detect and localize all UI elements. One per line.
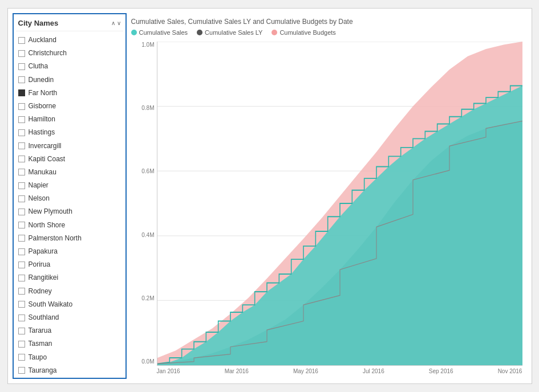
city-filter-panel: City Names ∧ ∨ AucklandChristchurchCluth… <box>13 13 127 379</box>
legend-item: Cumulative Sales <box>131 29 188 36</box>
list-item[interactable]: Tasman <box>16 337 122 350</box>
list-item[interactable]: Rodney <box>16 285 122 298</box>
list-item[interactable]: North Shore <box>16 219 122 232</box>
list-item[interactable]: Papakura <box>16 245 122 258</box>
city-label: Tararua <box>29 325 52 336</box>
x-axis: Jan 2016 Mar 2016 May 2016 Jul 2016 Sep … <box>157 368 522 374</box>
list-item[interactable]: Manukau <box>16 166 122 179</box>
checkbox[interactable] <box>18 341 25 348</box>
list-item[interactable]: Clutha <box>16 60 122 73</box>
y-label-02M: 0.2M <box>141 295 154 301</box>
x-label-jul: Jul 2016 <box>363 368 384 374</box>
list-item[interactable]: Auckland <box>16 34 122 47</box>
checkbox[interactable] <box>18 169 25 175</box>
city-label: Tasman <box>29 338 52 349</box>
list-item[interactable]: Hamilton <box>16 113 122 126</box>
list-item[interactable]: Rangitikei <box>16 271 122 284</box>
list-item[interactable]: Palmerston North <box>16 232 122 245</box>
checkbox[interactable] <box>18 222 25 228</box>
checkbox[interactable] <box>18 89 25 96</box>
list-item[interactable]: Southland <box>16 311 122 324</box>
chart-title: Cumulative Sales, Cumulative Sales LY an… <box>131 18 522 26</box>
city-label: Rangitikei <box>29 272 59 283</box>
sort-controls: ∧ ∨ <box>111 20 121 26</box>
list-item[interactable]: Porirua <box>16 258 122 271</box>
city-label: Southland <box>29 312 59 323</box>
city-label: Hastings <box>29 127 55 138</box>
legend-label: Cumulative Sales LY <box>205 29 262 36</box>
checkbox[interactable] <box>18 116 25 123</box>
checkbox[interactable] <box>18 156 25 162</box>
city-label: South Waikato <box>29 299 73 310</box>
checkbox[interactable] <box>18 63 25 70</box>
chart-svg-container <box>157 42 522 366</box>
checkbox[interactable] <box>18 367 25 374</box>
city-label: Rodney <box>29 286 52 297</box>
y-label-00M: 0.0M <box>141 358 154 365</box>
checkbox[interactable] <box>18 328 25 334</box>
list-item[interactable]: Nelson <box>16 192 122 205</box>
city-label: Dunedin <box>29 75 54 85</box>
checkbox[interactable] <box>18 288 25 295</box>
list-item[interactable]: Christchurch <box>16 47 122 60</box>
checkbox[interactable] <box>18 50 25 57</box>
checkbox[interactable] <box>18 182 25 189</box>
list-item[interactable]: Taupo <box>16 351 122 364</box>
city-label: Tauranga <box>29 365 57 375</box>
checkbox[interactable] <box>18 129 25 136</box>
checkbox[interactable] <box>18 354 25 361</box>
sort-desc-icon[interactable]: ∨ <box>117 20 121 26</box>
y-label-06M: 0.6M <box>141 168 154 174</box>
legend-dot <box>131 30 137 35</box>
legend-item: Cumulative Sales LY <box>197 29 262 36</box>
panel-title: City Names <box>18 19 59 27</box>
legend-label: Cumulative Sales <box>139 29 188 36</box>
chart-svg <box>157 42 522 366</box>
checkbox[interactable] <box>18 262 25 268</box>
city-label: New Plymouth <box>29 206 72 217</box>
list-item[interactable]: Gisborne <box>16 100 122 113</box>
legend-dot <box>271 30 277 35</box>
list-item[interactable]: New Plymouth <box>16 205 122 218</box>
checkbox[interactable] <box>18 76 25 83</box>
list-item[interactable]: Dunedin <box>16 74 122 87</box>
city-label: Gisborne <box>29 101 56 112</box>
list-item[interactable]: Kapiti Coast <box>16 153 122 166</box>
city-label: Clutha <box>29 61 48 72</box>
list-item[interactable]: Napier <box>16 179 122 192</box>
city-label: Napier <box>29 180 48 191</box>
checkbox[interactable] <box>18 301 25 308</box>
legend-label: Cumulative Budgets <box>279 29 335 36</box>
list-item[interactable]: Far North <box>16 87 122 100</box>
city-label: Manukau <box>29 167 56 178</box>
city-label: Hamilton <box>29 114 55 125</box>
checkbox[interactable] <box>18 37 25 44</box>
x-label-nov: Nov 2016 <box>498 368 522 374</box>
city-label: Porirua <box>29 259 51 270</box>
checkbox[interactable] <box>18 103 25 110</box>
list-item[interactable]: Tararua <box>16 324 122 337</box>
city-label: Auckland <box>29 35 56 46</box>
x-label-sep: Sep 2016 <box>429 368 453 374</box>
city-label: Papakura <box>29 246 58 257</box>
checkbox[interactable] <box>18 209 25 215</box>
legend-item: Cumulative Budgets <box>271 29 335 36</box>
checkbox[interactable] <box>18 195 25 202</box>
checkbox[interactable] <box>18 315 25 321</box>
chart-legend: Cumulative SalesCumulative Sales LYCumul… <box>131 29 522 36</box>
city-label: Christchurch <box>29 48 67 59</box>
list-item[interactable]: Invercargill <box>16 140 122 153</box>
x-label-may: May 2016 <box>293 368 318 374</box>
list-item[interactable]: Hastings <box>16 126 122 139</box>
city-list: AucklandChristchurchCluthaDunedinFar Nor… <box>16 34 123 375</box>
checkbox[interactable] <box>18 248 25 255</box>
checkbox[interactable] <box>18 275 25 281</box>
city-label: Taupo <box>29 352 47 363</box>
y-label-08M: 0.8M <box>141 105 154 111</box>
y-label-04M: 0.4M <box>141 232 154 238</box>
checkbox[interactable] <box>18 235 25 242</box>
checkbox[interactable] <box>18 142 25 149</box>
list-item[interactable]: Tauranga <box>16 364 122 375</box>
list-item[interactable]: South Waikato <box>16 298 122 311</box>
sort-asc-icon[interactable]: ∧ <box>111 20 115 26</box>
